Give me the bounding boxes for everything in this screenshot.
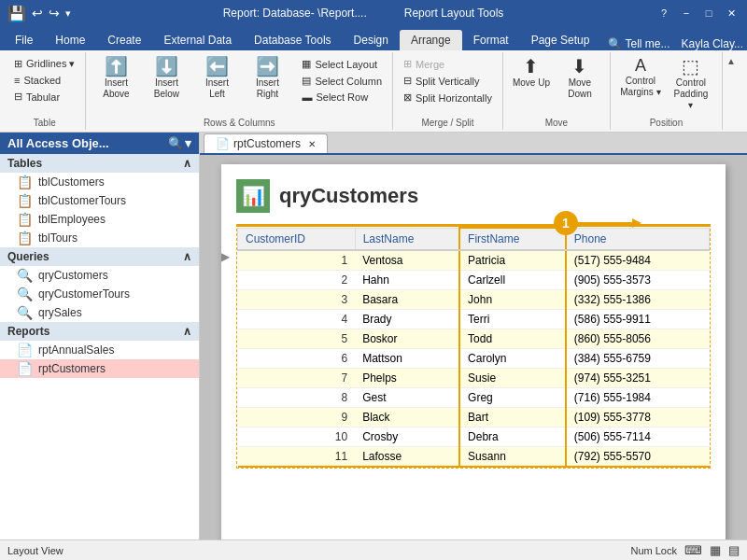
insert-right-btn[interactable]: ➡️ Insert Right [243,54,291,103]
quick-undo[interactable]: ↩ [32,6,43,21]
cell-firstname: Carolyn [459,349,566,369]
sidebar-tables-header[interactable]: Tables ∧ [0,154,199,173]
control-margins-btn[interactable]: A Control Margins ▾ [616,54,665,101]
quick-redo[interactable]: ↪ [49,6,60,21]
move-up-btn[interactable]: ⬆ Move Up [509,54,554,91]
tab-format[interactable]: Format [462,30,520,50]
tabular-btn[interactable]: ⊟ Tabular [9,89,79,105]
cell-lastname: Black [355,408,459,427]
sidebar-title: All Access Obje... 🔍 ▾ [0,133,199,154]
sidebar-item-tblcustomertours[interactable]: 📋 tblCustomerTours [0,191,199,210]
tab-home[interactable]: Home [44,30,96,50]
sidebar-item-tblemployees[interactable]: 📋 tblEmployees [0,210,199,229]
tab-database-tools[interactable]: Database Tools [243,30,343,50]
minimize-btn[interactable]: − [678,5,695,21]
cell-lastname: Boskor [355,329,459,349]
table-row: 2 Hahn Carlzell (905) 555-3573 [238,271,710,290]
insert-left-btn[interactable]: ⬅️ Insert Left [192,54,241,103]
table-icon-tblemployees: 📋 [17,212,33,227]
tabular-label: Tabular [26,91,60,103]
insert-above-btn[interactable]: ⬆️ Insert Above [92,54,140,103]
select-col: ▦ Select Layout ▤ Select Column ▬ Select… [297,54,387,106]
close-btn[interactable]: ✕ [723,5,740,21]
cell-phone: (332) 555-1386 [566,290,710,310]
select-row-btn[interactable]: ▬ Select Row [297,90,387,105]
tab-page-setup[interactable]: Page Setup [520,30,601,50]
sidebar-item-qrysales[interactable]: 🔍 qrySales [0,303,199,322]
stacked-btn[interactable]: ≡ Stacked [9,73,79,88]
table-row: 1 Ventosa Patricia (517) 555-9484 [238,250,710,271]
sidebar-section-queries: Queries ∧ 🔍 qryCustomers 🔍 qryCustomerTo… [0,247,199,322]
sidebar-item-tbltours[interactable]: 📋 tblTours [0,229,199,247]
table-group-label: Table [9,116,79,128]
sidebar-item-rptannualsales[interactable]: 📄 rptAnnualSales [0,341,199,359]
tab-design[interactable]: Design [343,30,400,50]
sidebar-reports-header[interactable]: Reports ∧ [0,322,199,341]
move-up-icon: ⬆ [523,57,539,76]
user-name: Kayla Clay... [682,37,743,50]
cell-firstname: Susann [459,447,566,468]
merge-btn[interactable]: ⊞ Merge [399,56,497,72]
sidebar-item-qrycustomers[interactable]: 🔍 qryCustomers [0,266,199,285]
sidebar-reports-label: Reports [7,325,49,338]
tabular-icon: ⊟ [14,91,22,103]
move-down-btn[interactable]: ⬇ Move Down [556,54,604,103]
sidebar-search-icon[interactable]: 🔍 [168,136,183,150]
control-padding-btn[interactable]: ⬚ Control Padding ▾ [667,54,715,114]
table-wrapper: CustomerID LastName FirstName Phone 1 Ve… [236,224,711,469]
select-layout-icon: ▦ [302,58,311,70]
view-icon-1[interactable]: ▦ [710,543,721,557]
sidebar-item-qrycustomers-label: qryCustomers [38,269,108,282]
sidebar-item-tblcustomers[interactable]: 📋 tblCustomers [0,173,199,191]
tell-me-icon: 🔍 [608,37,622,50]
sidebar: All Access Obje... 🔍 ▾ Tables ∧ 📋 tblCus… [0,133,200,539]
app-icon: 💾 [7,5,26,22]
cell-lastname: Basara [355,290,459,310]
report-tab-rptcustomers[interactable]: 📄 rptCustomers ✕ [204,133,328,153]
select-layout-label: Select Layout [315,59,377,70]
table-row: 11 Lafosse Susann (792) 555-5570 [238,447,710,468]
ribbon-collapse[interactable]: ▲ [723,52,740,130]
cell-id: 2 [238,271,356,290]
cell-lastname: Ventosa [355,250,459,271]
split-horizontally-btn[interactable]: ⊠ Split Horizontally [399,90,497,105]
insert-right-icon: ➡️ [256,57,279,76]
tab-create[interactable]: Create [96,30,152,50]
table-icon-tblcustomertours: 📋 [17,193,33,208]
tab-external-data[interactable]: External Data [152,30,243,50]
help-btn[interactable]: ? [655,5,672,21]
cell-firstname: John [459,290,566,310]
gridlines-btn[interactable]: ⊞ Gridlines ▾ [9,56,79,72]
report-tab-close-icon[interactable]: ✕ [308,139,316,149]
tab-arrange[interactable]: Arrange [400,30,462,50]
select-column-btn[interactable]: ▤ Select Column [297,73,387,89]
tab-file[interactable]: File [4,30,44,50]
cell-phone: (384) 555-6759 [566,349,710,369]
position-group-label: Position [616,116,716,128]
report-page: 📊 qryCustomers 1 ▶ [221,164,726,539]
sidebar-item-qrycustomertours[interactable]: 🔍 qryCustomerTours [0,285,199,303]
sidebar-chevron-icon[interactable]: ▾ [185,136,191,150]
cell-firstname: Susie [459,369,566,388]
sidebar-item-tbltours-label: tblTours [38,231,78,245]
table-row: 10 Crosby Debra (506) 555-7114 [238,427,710,447]
cell-lastname: Mattson [355,349,459,369]
title-bar-right: ? − □ ✕ [655,5,740,21]
keyboard-icon[interactable]: ⌨ [684,543,702,557]
tell-me-input[interactable]: Tell me... [626,37,670,50]
sidebar-title-text: All Access Obje... [7,136,109,150]
cell-lastname: Gest [355,388,459,408]
sidebar-item-rptcustomers[interactable]: 📄 rptCustomers [0,359,199,378]
insert-left-label: Insert Left [196,77,237,100]
tab-bar: 📄 rptCustomers ✕ [200,133,747,155]
view-icon-2[interactable]: ▤ [728,543,740,557]
cell-lastname: Crosby [355,427,459,447]
maximize-btn[interactable]: □ [700,5,717,21]
split-vertically-btn[interactable]: ⊟ Split Vertically [399,73,497,89]
cell-phone: (905) 555-3573 [566,271,710,290]
cell-lastname: Phelps [355,369,459,388]
sidebar-queries-header[interactable]: Queries ∧ [0,247,199,266]
insert-below-btn[interactable]: ⬇️ Insert Below [142,54,190,103]
split-v-icon: ⊟ [403,75,412,87]
select-layout-btn[interactable]: ▦ Select Layout [297,56,387,72]
